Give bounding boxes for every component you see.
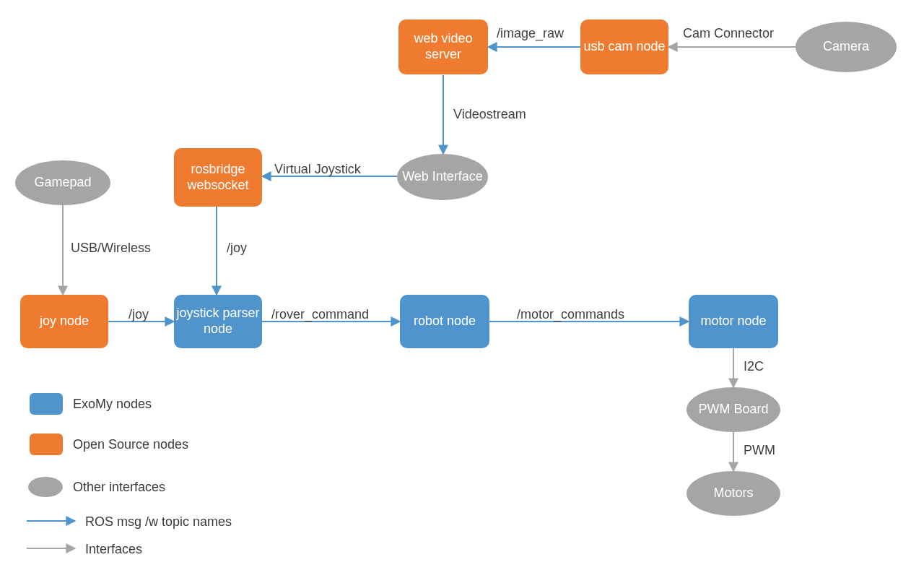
legend-swatch-gray-ellipse — [28, 477, 63, 497]
pwm-board-node: PWM Board — [687, 387, 780, 432]
web-interface-node: Web Interface — [397, 154, 488, 200]
motor-node: motor node — [689, 295, 778, 348]
legend-interfaces: Interfaces — [85, 542, 142, 557]
videostream-label: Videostream — [453, 107, 526, 122]
joystick-parser-node: joystick parser node — [174, 295, 262, 348]
legend-label: ExoMy nodes — [73, 397, 152, 412]
joy-down-label: /joy — [227, 241, 247, 256]
node-label: Camera — [823, 39, 869, 55]
legend-label: Open Source nodes — [73, 437, 188, 452]
cam-connector-label: Cam Connector — [683, 26, 774, 41]
motors-node: Motors — [687, 471, 780, 516]
legend-ros: ROS msg /w topic names — [85, 514, 232, 530]
rosbridge-node: rosbridge websocket — [174, 148, 262, 207]
usb-wireless-label: USB/Wireless — [71, 241, 151, 256]
node-label: Web Interface — [402, 169, 483, 185]
legend-exomy: ExoMy nodes — [30, 393, 152, 415]
image-raw-label: /image_raw — [497, 26, 564, 41]
web-video-server-node: web video server — [398, 20, 488, 74]
node-label: web video server — [398, 31, 488, 62]
node-label: Motors — [713, 486, 753, 501]
node-label: Gamepad — [34, 175, 91, 191]
i2c-label: I2C — [744, 359, 764, 374]
node-label: joy node — [40, 314, 89, 328]
virtual-joystick-label: Virtual Joystick — [274, 162, 361, 177]
legend-other: Other interfaces — [28, 477, 165, 497]
node-label: robot node — [414, 314, 476, 329]
gamepad-node: Gamepad — [15, 160, 110, 205]
node-label: joystick parser node — [174, 306, 262, 337]
usb-cam-node: usb cam node — [580, 20, 668, 74]
rover-command-label: /rover_command — [271, 307, 369, 322]
camera-node: Camera — [796, 22, 897, 72]
legend-label: Other interfaces — [73, 480, 165, 495]
pwm-label: PWM — [744, 443, 775, 458]
legend-swatch-orange — [30, 434, 63, 455]
node-label: PWM Board — [698, 402, 768, 418]
robot-node: robot node — [400, 295, 489, 348]
legend-opensource: Open Source nodes — [30, 434, 188, 455]
legend-swatch-blue — [30, 393, 63, 415]
legend-label: Interfaces — [85, 542, 142, 557]
joy-label: /joy — [128, 307, 149, 322]
node-label: usb cam node — [583, 39, 665, 55]
motor-commands-label: /motor_commands — [517, 307, 624, 322]
node-label: rosbridge websocket — [174, 162, 262, 193]
node-label: motor node — [700, 314, 766, 329]
joy-node: joy node — [20, 295, 108, 348]
legend-label: ROS msg /w topic names — [85, 514, 232, 530]
